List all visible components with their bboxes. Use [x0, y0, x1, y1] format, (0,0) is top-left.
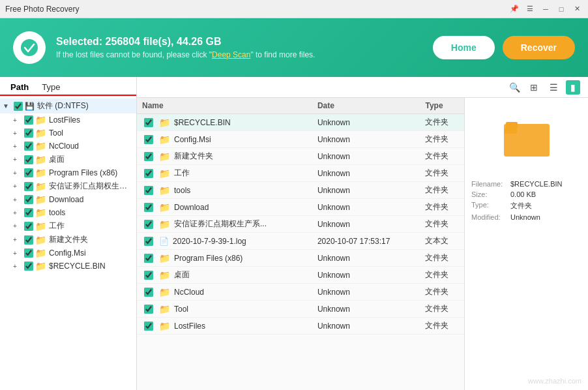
tree-checkbox[interactable]	[24, 182, 33, 191]
list-item[interactable]: + 📁 Download	[0, 193, 136, 206]
file-checkbox[interactable]	[144, 186, 153, 195]
file-date-cell: Unknown	[312, 318, 420, 335]
file-date-cell: Unknown	[312, 165, 420, 182]
file-date-cell: Unknown	[312, 199, 420, 216]
file-name-cell: 📁 Download	[137, 199, 312, 216]
folder-icon: 📁	[159, 321, 170, 331]
main-area: Path Type ▼ 💾 软件 (D:NTFS) + 📁 LostFiles …	[0, 77, 588, 390]
recover-button[interactable]: Recover	[503, 36, 575, 59]
file-area: Name Date Type 📁 $RECYCLE.BIN Unknown 文件…	[137, 98, 588, 390]
tree-checkbox[interactable]	[24, 142, 33, 151]
list-view-icon[interactable]: ☰	[546, 80, 561, 95]
table-row[interactable]: 📁 Download Unknown 文件夹	[137, 199, 464, 216]
expand-icon: +	[13, 143, 22, 150]
file-checkbox[interactable]	[144, 254, 153, 263]
list-item[interactable]: + 📁 桌面	[0, 153, 136, 166]
file-checkbox[interactable]	[144, 169, 153, 178]
list-item[interactable]: + 📁 Config.Msi	[0, 247, 136, 260]
tree-checkbox[interactable]	[24, 235, 33, 245]
tree-root-drive[interactable]: ▼ 💾 软件 (D:NTFS)	[0, 98, 136, 113]
preview-thumbnail	[488, 104, 566, 170]
expand-icon: +	[13, 222, 22, 230]
pin-button[interactable]: 📌	[508, 3, 520, 15]
tree-checkbox[interactable]	[24, 115, 33, 125]
header-buttons: Home Recover	[433, 36, 575, 59]
file-type-cell: 文件夹	[420, 250, 464, 267]
table-row[interactable]: 📁 Config.Msi Unknown 文件夹	[137, 131, 464, 148]
home-button[interactable]: Home	[433, 36, 495, 59]
tree-checkbox[interactable]	[24, 208, 33, 217]
list-item[interactable]: + 📁 安信证券汇点期权生产系...	[0, 179, 136, 193]
maximize-button[interactable]: □	[555, 3, 567, 15]
table-row[interactable]: 📁 NcCloud Unknown 文件夹	[137, 284, 464, 301]
tab-path[interactable]: Path	[4, 80, 35, 95]
tree-checkbox[interactable]	[24, 262, 33, 271]
table-row[interactable]: 📁 新建文件夹 Unknown 文件夹	[137, 148, 464, 165]
tree-item-label: Download	[49, 195, 83, 204]
file-checkbox[interactable]	[144, 271, 153, 280]
search-icon[interactable]: 🔍	[507, 80, 522, 95]
folder-icon: 📁	[35, 261, 46, 271]
tree-checkbox[interactable]	[24, 155, 33, 164]
tree-checkbox[interactable]	[24, 128, 33, 138]
tree-checkbox[interactable]	[24, 168, 33, 177]
table-row[interactable]: 📄 2020-10-7-9-39-1.log 2020-10-07 17:53:…	[137, 233, 464, 250]
close-button[interactable]: ✕	[571, 3, 583, 15]
expand-icon: +	[13, 196, 22, 203]
file-row-name: 📁 新建文件夹	[142, 151, 307, 162]
file-row-name: 📁 工作	[142, 168, 307, 179]
list-item[interactable]: + 📁 新建文件夹	[0, 233, 136, 247]
table-row[interactable]: 📁 $RECYCLE.BIN Unknown 文件夹	[137, 114, 464, 131]
list-item[interactable]: + 📁 tools	[0, 206, 136, 219]
folder-icon: 📁	[35, 235, 46, 245]
tree-item-label: Tool	[49, 128, 63, 138]
grid-view-icon[interactable]: ⊞	[527, 80, 541, 95]
table-row[interactable]: 📁 安信证券汇点期权生产系... Unknown 文件夹	[137, 216, 464, 233]
table-row[interactable]: 📁 LostFiles Unknown 文件夹	[137, 318, 464, 335]
minimize-button[interactable]: ─	[540, 3, 551, 15]
table-row[interactable]: 📁 Program Files (x86) Unknown 文件夹	[137, 250, 464, 267]
table-row[interactable]: 📁 Tool Unknown 文件夹	[137, 301, 464, 318]
file-name: 安信证券汇点期权生产系...	[174, 218, 267, 230]
file-name-cell: 📁 NcCloud	[137, 284, 312, 301]
list-item[interactable]: + 📁 Tool	[0, 127, 136, 140]
list-item[interactable]: + 📁 LostFiles	[0, 113, 136, 127]
file-name: 桌面	[174, 269, 190, 280]
file-checkbox[interactable]	[144, 220, 153, 229]
file-checkbox[interactable]	[144, 237, 153, 246]
tree-item-label: 工作	[49, 220, 65, 232]
app-title: Free Photo Recovery	[5, 5, 508, 14]
file-checkbox[interactable]	[144, 203, 153, 212]
list-item[interactable]: + 📁 Program Files (x86)	[0, 166, 136, 179]
tree-checkbox[interactable]	[24, 195, 33, 204]
tab-type[interactable]: Type	[35, 80, 66, 95]
drive-icon: 💾	[25, 102, 35, 111]
file-checkbox[interactable]	[144, 322, 153, 331]
table-row[interactable]: 📁 tools Unknown 文件夹	[137, 182, 464, 199]
detail-view-icon[interactable]: ▮	[566, 80, 580, 95]
table-row[interactable]: 📁 桌面 Unknown 文件夹	[137, 267, 464, 284]
file-row-name: 📁 桌面	[142, 269, 307, 280]
file-checkbox[interactable]	[144, 288, 153, 297]
deep-scan-link[interactable]: Deep Scan	[212, 50, 250, 59]
menu-button[interactable]: ☰	[524, 3, 536, 15]
file-checkbox[interactable]	[144, 305, 153, 314]
tree-checkbox[interactable]	[24, 248, 33, 258]
file-checkbox[interactable]	[144, 135, 153, 144]
list-item[interactable]: + 📁 工作	[0, 219, 136, 233]
list-item[interactable]: + 📁 NcCloud	[0, 140, 136, 153]
file-checkbox[interactable]	[144, 118, 153, 127]
file-row-name: 📁 $RECYCLE.BIN	[142, 117, 307, 128]
table-row[interactable]: 📁 工作 Unknown 文件夹	[137, 165, 464, 182]
tree-item-label: NcCloud	[49, 142, 79, 151]
file-checkbox[interactable]	[144, 152, 153, 161]
file-name-cell: 📁 LostFiles	[137, 318, 312, 335]
file-type-cell: 文件夹	[420, 267, 464, 284]
watermark: www.zhazhi.com	[528, 377, 581, 385]
tree-checkbox[interactable]	[24, 222, 33, 231]
folder-icon: 📁	[35, 248, 46, 258]
tree-root-checkbox[interactable]	[14, 102, 23, 111]
svg-rect-2	[504, 128, 517, 134]
list-item[interactable]: + 📁 $RECYCLE.BIN	[0, 260, 136, 273]
file-type-cell: 文件夹	[420, 114, 464, 131]
